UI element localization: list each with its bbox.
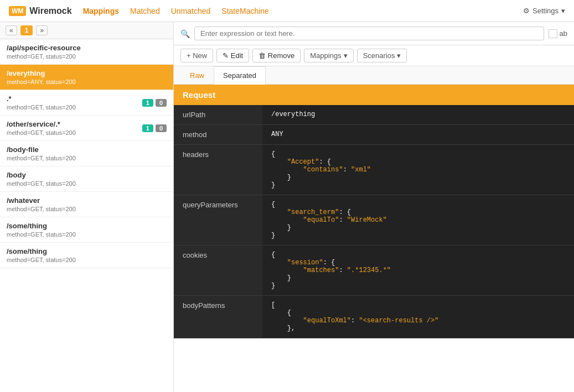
sidebar-item-meta-6: method=GET, status=200 <box>7 206 167 212</box>
sidebar-item-meta-8: method=GET, status=200 <box>7 257 167 263</box>
sidebar-item-meta-3: method=GET, status=200 <box>7 129 76 136</box>
urlpath-value: /everything <box>271 111 315 118</box>
sidebar-item-5[interactable]: /body method=GET, status=200 <box>0 166 173 192</box>
ab-toggle: ab <box>549 29 567 38</box>
tabs-bar: Raw Separated <box>174 66 574 85</box>
sidebar-item-path-4: /body-file <box>7 145 167 154</box>
sidebar-item-2-inner: .* method=GET, status=200 1 0 <box>7 95 167 111</box>
method-value: ANY <box>271 130 283 138</box>
sidebar-item-path-5: /body <box>7 171 167 179</box>
table-row-queryparams: queryParameters { "search_term": { "equa… <box>174 195 574 245</box>
field-value-headers: { "Accept": { "contains": "xml" } } <box>262 145 574 195</box>
field-value-cookies: { "session": { "matches": ".*12345.*" } … <box>262 245 574 296</box>
settings-button[interactable]: ⚙ Settings ▾ <box>523 7 565 15</box>
right-panel: 🔍 ab + New ✎ Edit 🗑 Remove Mappings ▾ Sc… <box>174 22 574 392</box>
sidebar-item-meta-4: method=GET, status=200 <box>7 155 167 161</box>
settings-label: Settings <box>532 7 559 15</box>
sidebar-item-meta-0: method=GET, status=200 <box>7 53 167 60</box>
nav-statemachine[interactable]: StateMachine <box>221 7 269 15</box>
main-layout: « 1 » /api/specific-resource method=GET,… <box>0 22 574 392</box>
sidebar-item-3[interactable]: /other/service/.* method=GET, status=200… <box>0 116 173 141</box>
mappings-chevron-icon: ▾ <box>344 51 348 60</box>
sidebar: « 1 » /api/specific-resource method=GET,… <box>0 22 174 392</box>
table-row-bodypatterns: bodyPatterns [ { "equalToXml": "<search-… <box>174 296 574 338</box>
scenarios-dropdown-button[interactable]: Scenarios ▾ <box>357 49 407 62</box>
sidebar-item-text-3: /other/service/.* method=GET, status=200 <box>7 120 76 136</box>
sidebar-item-path-2: .* <box>7 95 76 103</box>
nav-unmatched[interactable]: Unmatched <box>171 7 211 15</box>
sidebar-item-badges-2: 1 0 <box>142 99 167 107</box>
scenarios-label: Scenarios <box>363 51 395 60</box>
sidebar-item-path-3: /other/service/.* <box>7 120 76 128</box>
field-name-cookies: cookies <box>174 245 262 296</box>
sidebar-list: /api/specific-resource method=GET, statu… <box>0 39 173 392</box>
ab-label: ab <box>560 29 567 38</box>
field-name-headers: headers <box>174 145 262 195</box>
field-name-urlpath: urlPath <box>174 105 262 125</box>
sidebar-item-path-8: /some/thing <box>7 247 167 255</box>
sidebar-item-path-6: /whatever <box>7 196 167 205</box>
gear-icon: ⚙ <box>523 7 530 15</box>
sidebar-item-path-1: /everything <box>7 69 167 77</box>
field-value-urlpath: /everything <box>262 105 574 125</box>
pager-prev-button[interactable]: « <box>6 25 17 35</box>
sidebar-item-6[interactable]: /whatever method=GET, status=200 <box>0 192 173 217</box>
sidebar-item-7[interactable]: /some/thing method=GET, status=200 <box>0 217 173 243</box>
edit-button[interactable]: ✎ Edit <box>216 49 249 62</box>
mappings-label: Mappings <box>310 51 341 60</box>
sidebar-item-meta-7: method=GET, status=200 <box>7 231 167 238</box>
badge-teal-3: 1 <box>142 124 153 132</box>
sidebar-item-1[interactable]: /everything method=ANY, status=200 <box>0 65 173 90</box>
sidebar-item-2[interactable]: .* method=GET, status=200 1 0 <box>0 90 173 116</box>
field-name-bodypatterns: bodyPatterns <box>174 296 262 338</box>
logo-wm-badge: WM <box>9 6 26 16</box>
table-row-headers: headers { "Accept": { "contains": "xml" … <box>174 145 574 195</box>
search-input[interactable] <box>194 27 544 40</box>
sidebar-item-path-7: /some/thing <box>7 222 167 230</box>
sidebar-item-8[interactable]: /some/thing method=GET, status=200 <box>0 243 173 268</box>
field-name-method: method <box>174 125 262 145</box>
table-row-cookies: cookies { "session": { "matches": ".*123… <box>174 245 574 296</box>
sidebar-item-3-inner: /other/service/.* method=GET, status=200… <box>7 120 167 136</box>
badge-gray-3: 0 <box>156 124 167 132</box>
ab-checkbox[interactable] <box>549 29 557 38</box>
request-header: Request <box>174 85 574 105</box>
badge-teal-2: 1 <box>142 99 153 107</box>
sidebar-item-4[interactable]: /body-file method=GET, status=200 <box>0 141 173 166</box>
table-row-urlpath: urlPath /everything <box>174 105 574 125</box>
sidebar-item-meta-5: method=GET, status=200 <box>7 180 167 187</box>
remove-button[interactable]: 🗑 Remove <box>252 49 301 62</box>
field-value-bodypatterns: [ { "equalToXml": "<search-results />" }… <box>262 296 574 338</box>
field-name-queryparams: queryParameters <box>174 195 262 245</box>
sidebar-pager: « 1 » <box>0 22 173 39</box>
logo: WM Wiremock <box>9 6 72 16</box>
mappings-dropdown-button[interactable]: Mappings ▾ <box>304 49 353 62</box>
settings-chevron-icon: ▾ <box>561 7 565 15</box>
detail-content: Request urlPath /everything method <box>174 85 574 392</box>
tab-raw[interactable]: Raw <box>180 66 214 84</box>
toolbar: + New ✎ Edit 🗑 Remove Mappings ▾ Scenari… <box>174 45 574 66</box>
detail-table: urlPath /everything method ANY <box>174 105 574 338</box>
tab-separated[interactable]: Separated <box>214 66 266 85</box>
sidebar-item-badges-3: 1 0 <box>142 124 167 132</box>
nav-matched[interactable]: Matched <box>130 7 160 15</box>
sidebar-item-meta-2: method=GET, status=200 <box>7 104 76 111</box>
sidebar-item-path-0: /api/specific-resource <box>7 44 167 52</box>
badge-gray-2: 0 <box>156 99 167 107</box>
pager-next-button[interactable]: » <box>36 25 48 35</box>
sidebar-item-meta-1: method=ANY, status=200 <box>7 79 167 85</box>
sidebar-item-0[interactable]: /api/specific-resource method=GET, statu… <box>0 39 173 65</box>
field-value-method: ANY <box>262 125 574 145</box>
search-bar: 🔍 ab <box>174 22 574 45</box>
topnav: WM Wiremock Mappings Matched Unmatched S… <box>0 0 574 22</box>
table-row-method: method ANY <box>174 125 574 145</box>
scenarios-chevron-icon: ▾ <box>397 51 401 60</box>
sidebar-item-text-2: .* method=GET, status=200 <box>7 95 76 111</box>
new-button[interactable]: + New <box>180 49 213 62</box>
search-icon: 🔍 <box>180 29 190 38</box>
logo-text: Wiremock <box>29 6 71 16</box>
field-value-queryparams: { "search_term": { "equalTo": "WireMock"… <box>262 195 574 245</box>
nav-mappings[interactable]: Mappings <box>83 7 119 15</box>
pager-current: 1 <box>20 25 33 35</box>
